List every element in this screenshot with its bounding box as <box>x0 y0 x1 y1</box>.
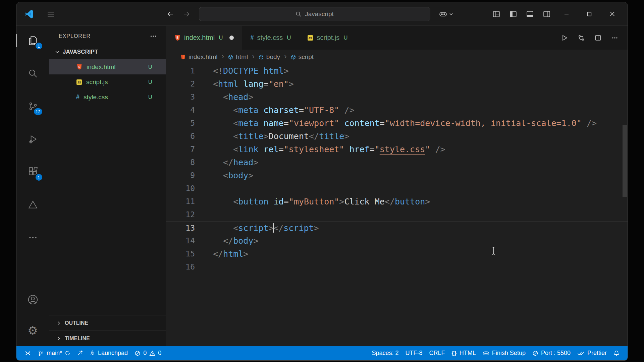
toggle-secondary-sidebar-icon[interactable] <box>543 10 550 18</box>
line-content: <button id="myButton">Click Me</button> <box>213 195 430 208</box>
more-actions-icon[interactable] <box>611 35 618 41</box>
notifications-bell-icon[interactable] <box>610 346 623 360</box>
minimize-button[interactable] <box>560 7 573 21</box>
live-server-port-item[interactable]: Port : 5500 <box>529 346 574 360</box>
timeline-section[interactable]: TIMELINE <box>49 330 166 346</box>
indentation-item[interactable]: Spaces: 2 <box>369 346 402 360</box>
tab-label: script.js <box>317 34 339 42</box>
branch-icon <box>38 350 44 356</box>
menu-icon[interactable] <box>47 10 55 18</box>
line-number: 7 <box>166 143 195 156</box>
back-arrow-button[interactable] <box>167 10 174 18</box>
code-line[interactable]: 8 </head> <box>166 156 628 169</box>
code-line[interactable]: 13 <script></script> <box>166 221 628 234</box>
html-file-icon: 5 <box>76 64 83 70</box>
git-branch-item[interactable]: main* <box>35 346 74 360</box>
code-line[interactable]: 11 <button id="myButton">Click Me</butto… <box>166 195 628 208</box>
code-line[interactable]: 16 <box>166 260 628 274</box>
copilot-setup-item[interactable]: Finish Setup <box>479 346 529 360</box>
breadcrumb-body[interactable]: body <box>259 53 280 61</box>
code-line[interactable]: 4 <meta charset="UTF-8" /> <box>166 104 628 117</box>
line-number: 14 <box>166 234 195 247</box>
problems-item[interactable]: 0 0 <box>131 346 165 360</box>
code-editor[interactable]: 1<!DOCTYPE html>2<html lang="en">3 <head… <box>166 64 628 346</box>
extensions-badge: 1 <box>35 173 43 181</box>
html-file-icon <box>180 54 186 60</box>
source-control-icon[interactable]: 12 <box>23 98 42 114</box>
chevron-right-icon <box>56 336 61 341</box>
tab-style-css[interactable]: # style.css U <box>242 26 299 50</box>
customize-layout-icon[interactable] <box>493 10 500 18</box>
symbol-cube-icon <box>291 55 296 60</box>
breadcrumb-file[interactable]: index.html <box>180 53 218 61</box>
run-file-icon[interactable] <box>561 35 568 41</box>
line-content: <script></script> <box>213 222 319 234</box>
line-number: 6 <box>166 130 195 143</box>
code-line[interactable]: 3 <head> <box>166 90 628 104</box>
maximize-button[interactable] <box>583 7 596 21</box>
js-file-icon: JS <box>76 79 82 85</box>
workspace-folder-row[interactable]: JAVASCRIPT <box>49 45 166 59</box>
tab-index-html[interactable]: 5 index.html U <box>166 26 242 50</box>
toggle-panel-icon[interactable] <box>526 10 534 18</box>
line-number: 8 <box>166 156 195 169</box>
compare-changes-icon[interactable] <box>578 35 585 41</box>
explorer-icon[interactable]: 1 <box>23 33 42 49</box>
code-line[interactable]: 2<html lang="en"> <box>166 77 628 90</box>
line-content: <meta charset="UTF-8" /> <box>213 104 355 117</box>
forward-arrow-button[interactable] <box>183 10 190 18</box>
code-line[interactable]: 15</html> <box>166 247 628 260</box>
split-editor-icon[interactable] <box>595 35 601 41</box>
code-line[interactable]: 5 <meta name="viewport" content="width=d… <box>166 117 628 130</box>
line-number: 3 <box>166 90 195 104</box>
toggle-primary-sidebar-icon[interactable] <box>509 10 517 18</box>
close-button[interactable] <box>605 7 619 21</box>
code-line[interactable]: 9 <body> <box>166 169 628 182</box>
html-file-icon: 5 <box>174 35 181 41</box>
explorer-sidebar: EXPLORER JAVASCRIPT 5 index.html U JS <box>49 26 166 346</box>
breadcrumb-html[interactable]: html <box>228 53 248 61</box>
explorer-more-actions-icon[interactable] <box>150 33 157 40</box>
tab-script-js[interactable]: JS script.js U <box>299 26 356 50</box>
vscode-window: Javascript <box>16 2 628 361</box>
git-status-badge: U <box>148 94 152 101</box>
code-line[interactable]: 1<!DOCTYPE html> <box>166 64 628 77</box>
language-mode-item[interactable]: {} HTML <box>448 346 479 360</box>
file-row-script-js[interactable]: JS script.js U <box>49 74 166 89</box>
copilot-button[interactable] <box>439 11 453 17</box>
code-line[interactable]: 12 <box>166 208 628 221</box>
prettier-item[interactable]: Prettier <box>574 346 610 360</box>
tab-label: style.css <box>257 34 283 42</box>
encoding-item[interactable]: UTF-8 <box>402 346 426 360</box>
unsaved-dot-icon[interactable] <box>229 36 234 40</box>
warnings-icon <box>149 350 155 356</box>
settings-gear-icon[interactable]: ⚙ <box>23 322 42 339</box>
file-row-index-html[interactable]: 5 index.html U <box>49 59 166 74</box>
file-name: index.html <box>87 63 148 71</box>
outline-section[interactable]: OUTLINE <box>49 315 166 330</box>
account-icon[interactable] <box>23 292 42 308</box>
svg-text:JS: JS <box>77 81 81 84</box>
triangle-extension-icon[interactable] <box>23 197 42 213</box>
code-lines: 1<!DOCTYPE html>2<html lang="en">3 <head… <box>166 64 628 274</box>
tools-item[interactable] <box>74 346 86 360</box>
code-line[interactable]: 10 <box>166 182 628 195</box>
sidebar-title: EXPLORER <box>59 33 91 39</box>
code-line[interactable]: 7 <link rel="stylesheet" href="style.css… <box>166 143 628 156</box>
search-view-icon[interactable] <box>23 65 42 81</box>
breadcrumb-script[interactable]: script <box>291 53 314 61</box>
code-line[interactable]: 6 <title>Document</title> <box>166 130 628 143</box>
eol-item[interactable]: CRLF <box>426 346 448 360</box>
command-center-search[interactable]: Javascript <box>199 7 430 21</box>
remote-indicator[interactable] <box>21 346 35 360</box>
line-content: <head> <box>213 90 253 104</box>
extensions-icon[interactable]: 1 <box>23 164 42 180</box>
code-line[interactable]: 14 </body> <box>166 234 628 247</box>
launchpad-item[interactable]: Launchpad <box>86 346 131 360</box>
file-row-style-css[interactable]: # style.css U <box>49 89 166 105</box>
run-debug-icon[interactable] <box>23 131 42 147</box>
more-views-icon[interactable] <box>23 230 42 246</box>
git-status-badge: U <box>343 35 347 41</box>
editor-scrollbar[interactable] <box>623 125 627 197</box>
svg-text:5: 5 <box>78 65 80 69</box>
